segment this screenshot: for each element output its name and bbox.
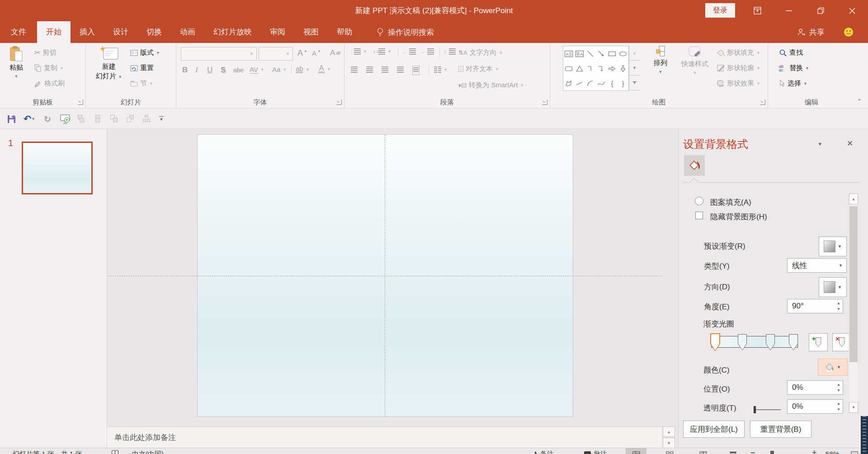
align-text-button[interactable]: ↕对齐文本▼ [458, 65, 499, 73]
gradient-stop-4[interactable] [789, 334, 798, 350]
zoom-in-button[interactable]: + [812, 448, 817, 454]
reset-background-button[interactable]: 重置背景(B) [750, 421, 811, 438]
clipboard-dialog-launcher[interactable]: ↘ [78, 99, 83, 105]
right-arrow-shape-icon[interactable] [607, 61, 618, 76]
gradient-stop-1-selected[interactable] [710, 333, 720, 351]
tab-review[interactable]: 审阅 [261, 21, 294, 43]
text-direction-button[interactable]: ⇅A文字方向▼ [458, 48, 503, 57]
fit-to-window-button[interactable] [846, 448, 863, 454]
strikethrough-button[interactable]: abe [233, 66, 244, 74]
font-size-combo[interactable]: ▼ [259, 47, 293, 61]
next-slide-button[interactable]: ▼ [663, 438, 675, 448]
italic-button[interactable]: I [195, 66, 198, 75]
spellcheck-book-icon[interactable] [111, 450, 119, 454]
previous-slide-button[interactable]: ▲ [663, 426, 675, 437]
convert-smartart-button[interactable]: 转换为 SmartArt▼ [458, 81, 524, 90]
shape-effects-button[interactable]: 形状效果 ▼ [717, 79, 760, 88]
distribute-text-button[interactable] [412, 66, 420, 75]
restore-button[interactable] [809, 0, 832, 21]
qat-disabled-button-1[interactable] [78, 113, 86, 125]
color-dropdown[interactable]: ▼ [818, 359, 848, 376]
shape-gallery[interactable]: A A { } [563, 46, 629, 91]
vertical-textbox-shape-icon[interactable]: A [574, 46, 585, 61]
grow-font-button[interactable]: A▲ [297, 48, 307, 58]
close-button[interactable] [841, 0, 863, 21]
share-button[interactable]: 共享 [797, 21, 825, 43]
undo-button[interactable]: ↶ ▼ [22, 113, 37, 125]
direction-dropdown[interactable]: ▼ [819, 277, 847, 297]
tab-view[interactable]: 视图 [294, 21, 328, 43]
apply-to-all-button[interactable]: 应用到全部(L) [683, 421, 745, 438]
hide-background-label[interactable]: 隐藏背景图形(H) [710, 212, 767, 222]
quick-styles-button[interactable]: 快速样式 ▼ [678, 46, 712, 77]
vertical-guide[interactable] [385, 135, 385, 416]
underline-button[interactable]: U [207, 66, 212, 75]
panel-scroll-down-icon[interactable]: ▼ [849, 402, 858, 413]
line-shape-icon[interactable] [585, 46, 596, 61]
shape-gallery-up-icon[interactable]: ▲ [629, 46, 640, 61]
copy-button[interactable]: 复制 ▼ [34, 64, 64, 72]
reading-view-button[interactable] [693, 448, 713, 454]
left-brace-shape-icon[interactable]: { [607, 76, 618, 91]
comments-toggle-button[interactable]: 批注 [584, 450, 607, 454]
slideshow-view-button[interactable] [722, 448, 743, 454]
arc-shape-icon[interactable] [585, 76, 596, 91]
preset-gradients-dropdown[interactable]: ▼ [819, 236, 847, 256]
login-button[interactable]: 登录 [705, 3, 735, 18]
panel-options-caret-icon[interactable]: ▼ [818, 142, 822, 147]
right-brace-shape-icon[interactable]: } [618, 76, 628, 91]
oval-shape-icon[interactable] [618, 46, 628, 61]
character-spacing-button[interactable]: AV▼ [250, 66, 264, 74]
panel-close-icon[interactable]: ✕ [847, 139, 853, 148]
elbow-connector-shape-icon[interactable] [585, 61, 596, 76]
increase-indent-button[interactable]: → [420, 48, 434, 55]
qat-disabled-button-3[interactable] [110, 113, 118, 125]
align-right-button[interactable] [382, 66, 388, 73]
freeform-shape-icon[interactable] [563, 76, 574, 91]
replace-button[interactable]: abac 替换 ▼ [779, 64, 809, 72]
scribble-shape-icon[interactable] [574, 76, 585, 91]
pattern-fill-radio[interactable] [695, 197, 703, 205]
paragraph-dialog-launcher[interactable]: ↘ [542, 99, 547, 105]
select-button[interactable]: 选择 ▼ [779, 79, 807, 88]
qat-disabled-button-5[interactable] [143, 113, 151, 125]
arrange-button[interactable]: 排列 ▼ [647, 46, 674, 76]
reset-button[interactable]: 重置 [130, 64, 154, 72]
slide-thumbnail[interactable] [22, 142, 93, 194]
rectangle-shape-icon[interactable] [607, 46, 618, 61]
shape-fill-button[interactable]: 形状填充 ▼ [717, 48, 760, 57]
zoom-slider-handle[interactable] [770, 451, 774, 454]
transparency-slider-track[interactable] [755, 409, 781, 410]
panel-scroll-thumb[interactable] [849, 206, 858, 362]
font-color-button[interactable]: A▼ [318, 65, 331, 73]
cut-button[interactable]: ✂ 剪切 [34, 48, 56, 57]
zoom-percent[interactable]: 58% [826, 450, 839, 454]
notes-toggle-button[interactable]: ▲备注 [533, 450, 554, 454]
position-spinner[interactable]: 0% ▲▼ [787, 380, 843, 395]
textbox-shape-icon[interactable]: A [563, 46, 574, 61]
shrink-font-button[interactable]: A▼ [312, 49, 321, 57]
angle-spin-arrows[interactable]: ▲▼ [837, 301, 840, 311]
panel-scrollbar[interactable]: ▲ ▼ [849, 193, 859, 413]
save-button[interactable] [5, 113, 17, 125]
angle-spinner[interactable]: 90° ▲▼ [787, 299, 843, 313]
transparency-up-icon[interactable]: ▲ [837, 402, 840, 406]
highlight-color-button[interactable]: ab▼ [296, 66, 310, 73]
gradient-stops-bar[interactable] [711, 336, 798, 348]
notes-placeholder[interactable]: 单击此处添加备注 [114, 432, 176, 443]
new-slide-button[interactable]: 新建 幻灯片 ▼ [93, 46, 125, 81]
font-name-combo[interactable]: ▼ [181, 47, 257, 61]
slide-sorter-view-button[interactable] [659, 448, 680, 454]
language-indicator[interactable]: 中文(中国) [132, 450, 164, 454]
collapse-ribbon-button[interactable]: ⌃ [857, 98, 862, 104]
ribbon-display-options-button[interactable] [746, 0, 769, 21]
angle-down-icon[interactable]: ▼ [837, 307, 840, 311]
shape-gallery-more-icon[interactable]: ▼ [629, 76, 640, 90]
qat-overflow-button[interactable]: ▼ [159, 113, 164, 125]
tab-help[interactable]: 帮助 [328, 21, 361, 43]
layout-button[interactable]: 版式 ▼ [130, 48, 160, 57]
angle-up-icon[interactable]: ▲ [837, 301, 840, 305]
font-dialog-launcher[interactable]: ↘ [336, 99, 342, 105]
zoom-out-button[interactable]: − [750, 448, 755, 454]
clear-formatting-button[interactable]: A [330, 48, 340, 57]
